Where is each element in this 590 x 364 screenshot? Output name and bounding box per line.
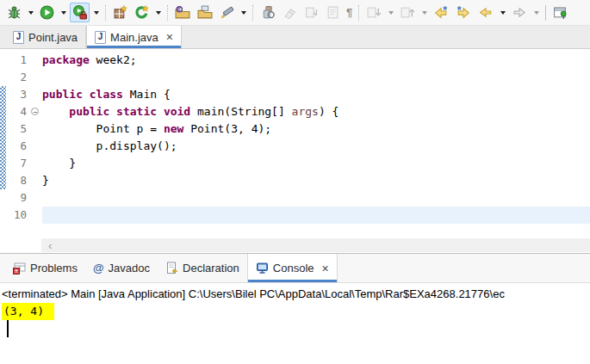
horizontal-scrollbar[interactable]: ‹ <box>41 238 590 252</box>
toolbar-separator <box>167 5 168 21</box>
run-coverage-button[interactable] <box>70 3 90 22</box>
new-java-project-button[interactable] <box>110 3 130 22</box>
line-number: 10 <box>6 207 29 224</box>
run-dropdown-icon[interactable] <box>61 11 66 15</box>
tab-label: Console <box>273 262 314 275</box>
tab-label: Point.java <box>28 31 78 44</box>
code-text[interactable]: public class Main { <box>42 86 590 103</box>
main-toolbar: ¶ <box>0 0 590 26</box>
new-wizard-icon <box>134 5 149 20</box>
link-editor-icon <box>304 5 319 20</box>
change-indicator <box>0 120 6 138</box>
code-text[interactable]: p.display(); <box>42 138 590 155</box>
code-line[interactable]: 8} <box>0 172 590 189</box>
change-indicator <box>0 172 6 189</box>
code-line[interactable]: 5 Point p = new Point(3, 4); <box>0 120 590 138</box>
format-pen-dropdown-icon[interactable] <box>241 11 246 15</box>
import-button[interactable] <box>172 3 193 22</box>
code-line[interactable]: 4 public static void main(String[] args)… <box>0 103 590 120</box>
code-text[interactable]: Point p = new Point(3, 4); <box>42 120 590 138</box>
tab-point-java[interactable]: J Point.java <box>5 26 86 48</box>
previous-annotation-dropdown-icon[interactable] <box>422 11 427 15</box>
forward-dropdown-icon[interactable] <box>534 11 539 15</box>
code-text[interactable] <box>42 207 590 224</box>
code-editor[interactable]: 1package week2;23public class Main {4 pu… <box>0 49 590 254</box>
back-button[interactable] <box>475 3 496 22</box>
scroll-left-icon[interactable]: ‹ <box>41 240 52 251</box>
forward-icon <box>512 5 527 20</box>
change-indicator <box>0 138 6 155</box>
debug-dropdown-icon[interactable] <box>28 11 34 15</box>
next-annotation-button[interactable] <box>363 3 384 22</box>
tab-javadoc[interactable]: @ Javadoc <box>85 254 158 282</box>
code-text[interactable]: package week2; <box>42 52 590 69</box>
clear-button[interactable] <box>280 3 300 22</box>
show-source-button[interactable] <box>323 3 343 22</box>
run-button[interactable] <box>37 3 57 22</box>
show-whitespace-icon[interactable]: ¶ <box>344 6 355 19</box>
java-file-icon: J <box>95 31 106 44</box>
search-button[interactable] <box>258 3 278 22</box>
eraser-icon <box>283 5 297 20</box>
tab-problems[interactable]: Problems <box>5 254 85 282</box>
pin-editor-button[interactable] <box>550 3 571 22</box>
close-tab-icon[interactable]: × <box>322 262 329 275</box>
format-pen-button[interactable] <box>217 3 237 22</box>
code-text[interactable]: public static void main(String[] args) { <box>42 103 590 120</box>
line-number: 1 <box>6 52 29 69</box>
change-indicator <box>0 52 6 69</box>
tab-main-java[interactable]: J Main.java × <box>86 26 182 48</box>
next-edit-location-button[interactable] <box>453 3 474 22</box>
previous-annotation-icon <box>400 5 415 20</box>
export-button[interactable] <box>195 3 215 22</box>
fold-column <box>29 172 42 189</box>
code-text[interactable] <box>42 189 590 207</box>
fold-column <box>29 189 42 207</box>
new-wizard-button[interactable] <box>132 3 152 22</box>
toolbar-separator <box>545 5 546 21</box>
console-output-text: (3, 4) <box>2 303 54 320</box>
next-annotation-dropdown-icon[interactable] <box>388 11 394 15</box>
previous-annotation-button[interactable] <box>397 3 418 22</box>
code-line[interactable]: 3public class Main { <box>0 86 590 103</box>
change-indicator <box>0 103 6 120</box>
collapse-icon[interactable] <box>31 108 39 115</box>
fold-column <box>29 138 42 155</box>
last-edit-location-icon <box>433 5 449 20</box>
javadoc-icon: @ <box>93 262 104 275</box>
link-with-editor-button[interactable] <box>301 3 321 22</box>
console-output-area[interactable]: <terminated> Main [Java Application] C:\… <box>0 283 590 364</box>
line-number: 6 <box>6 138 29 155</box>
line-number: 8 <box>6 172 29 189</box>
next-annotation-icon <box>366 5 382 20</box>
code-line[interactable]: 7 } <box>0 155 590 172</box>
run-coverage-dropdown-icon[interactable] <box>94 11 99 15</box>
tab-console[interactable]: Console × <box>247 254 338 282</box>
back-dropdown-icon[interactable] <box>500 11 506 15</box>
source-document-icon <box>326 5 340 20</box>
next-edit-location-icon <box>456 5 471 20</box>
line-number: 3 <box>6 86 29 103</box>
code-text[interactable]: } <box>42 172 590 189</box>
code-line[interactable]: 1package week2; <box>0 52 590 69</box>
new-wizard-dropdown-icon[interactable] <box>156 11 161 15</box>
debug-button[interactable] <box>4 3 24 22</box>
last-edit-location-button[interactable] <box>431 3 451 22</box>
code-line[interactable]: 2 <box>0 69 590 86</box>
code-text[interactable] <box>42 69 590 86</box>
toolbar-separator <box>252 5 253 21</box>
close-tab-icon[interactable]: × <box>166 31 173 43</box>
forward-button[interactable] <box>509 3 530 22</box>
code-line[interactable]: 9 <box>0 189 590 207</box>
line-number: 5 <box>6 120 29 138</box>
code-text[interactable]: } <box>42 155 590 172</box>
fold-column <box>29 207 42 224</box>
format-pen-icon <box>220 5 234 20</box>
run-coverage-icon <box>72 5 87 20</box>
code-line[interactable]: 6 p.display(); <box>0 138 590 155</box>
code-line[interactable]: 10 <box>0 207 590 224</box>
change-indicator <box>0 155 6 172</box>
tab-declaration[interactable]: Declaration <box>158 254 247 282</box>
change-indicator <box>0 189 6 207</box>
change-indicator <box>0 69 6 86</box>
